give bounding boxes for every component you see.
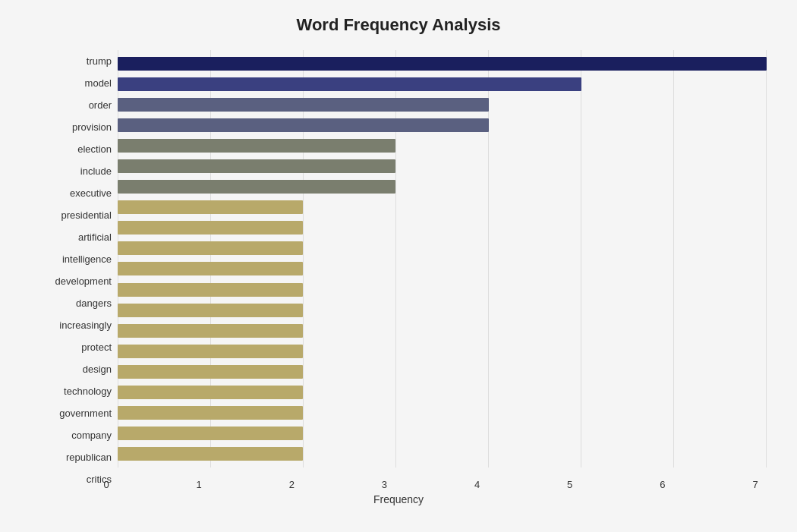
bar: [118, 241, 303, 255]
y-label: order: [30, 96, 112, 115]
chart-area: trumpmodelorderprovisionelectionincludee…: [30, 50, 767, 490]
bar-row: [118, 178, 767, 195]
x-axis-title: Frequency: [30, 493, 767, 505]
y-label: presidential: [30, 206, 112, 225]
x-tick-label: 3: [373, 479, 395, 490]
plot-area: 01234567: [118, 50, 767, 490]
bar: [118, 180, 395, 194]
bar-row: [118, 425, 767, 442]
bar-row: [118, 323, 767, 339]
bar: [118, 77, 581, 91]
bar-row: [118, 199, 767, 216]
x-tick-label: 1: [187, 479, 210, 490]
bar-row: [118, 405, 767, 421]
y-label: election: [30, 140, 112, 159]
bar: [118, 200, 303, 214]
bar: [118, 304, 303, 317]
bar-row: [118, 282, 767, 298]
bar: [118, 283, 303, 297]
bar-row: [118, 219, 767, 236]
y-label: increasingly: [30, 316, 112, 335]
y-label: dangers: [30, 294, 112, 313]
bar: [118, 262, 303, 275]
bar: [118, 57, 767, 71]
x-tick-label: 5: [559, 479, 581, 490]
chart-container: Word Frequency Analysis trumpmodelorderp…: [0, 0, 797, 532]
bar-row: [118, 117, 767, 134]
y-label: government: [30, 404, 112, 423]
bar-row: [118, 158, 767, 175]
y-label: executive: [30, 184, 112, 203]
y-label: trump: [30, 52, 112, 71]
y-label: provision: [30, 118, 112, 137]
bar-row: [118, 260, 767, 277]
x-tick-label: 0: [95, 479, 118, 490]
bar-row: [118, 240, 767, 257]
y-label: intelligence: [30, 250, 112, 269]
bar: [118, 324, 303, 338]
y-label: technology: [30, 382, 112, 401]
x-tick-label: 2: [280, 479, 303, 490]
y-axis-labels: trumpmodelorderprovisionelectionincludee…: [30, 50, 118, 490]
bar: [118, 221, 303, 235]
bar-row: [118, 364, 767, 380]
bar: [118, 406, 303, 420]
bar: [118, 159, 395, 173]
bar-row: [118, 137, 767, 154]
bar: [118, 386, 303, 399]
bar-row: [118, 384, 767, 401]
bar-row: [118, 343, 767, 360]
y-label: model: [30, 74, 112, 93]
y-label: include: [30, 162, 112, 181]
bar-row: [118, 76, 767, 93]
y-label: artificial: [30, 228, 112, 247]
x-tick-label: 6: [651, 479, 674, 490]
y-label: protect: [30, 338, 112, 357]
bar: [118, 427, 303, 440]
y-label: company: [30, 426, 112, 445]
bar: [118, 447, 303, 461]
bar-row: [118, 55, 767, 72]
bar: [118, 118, 489, 132]
bar: [118, 139, 395, 153]
bar: [118, 98, 489, 112]
y-label: republican: [30, 448, 112, 467]
bar: [118, 345, 303, 358]
chart-title: Word Frequency Analysis: [30, 15, 767, 35]
bar-row: [118, 445, 767, 462]
x-tick-label: 7: [744, 479, 767, 490]
bar: [118, 365, 303, 379]
y-label: design: [30, 360, 112, 379]
bar-row: [118, 302, 767, 319]
y-label: development: [30, 272, 112, 291]
bar-row: [118, 96, 767, 113]
x-tick-label: 4: [466, 479, 489, 490]
